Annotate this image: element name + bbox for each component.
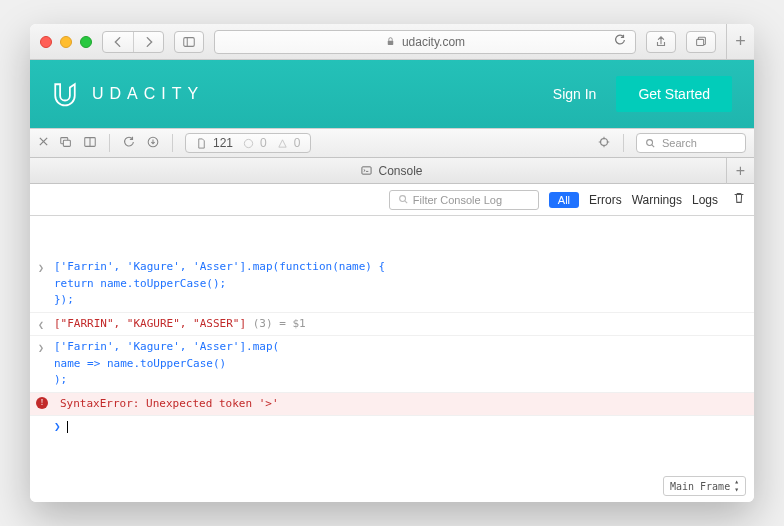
filter-errors-button[interactable]: Errors [589,193,622,207]
reload-icon [613,33,627,47]
resource-counter[interactable]: 121 0 0 [185,133,311,153]
devtools-toolbar: 121 0 0 Search [30,128,754,158]
close-window-button[interactable] [40,36,52,48]
svg-line-12 [652,144,654,146]
browser-window: udacity.com + UDACITY Sign In Get Starte… [30,24,754,502]
filter-all-button[interactable]: All [549,192,579,208]
svg-line-15 [405,201,407,203]
cursor [67,421,68,433]
search-icon [645,138,656,149]
address-bar[interactable]: udacity.com [214,30,636,54]
console-error-entry[interactable]: ! SyntaxError: Unexpected token '>' [30,393,754,417]
add-panel-button[interactable]: + [726,158,754,184]
svg-rect-0 [184,37,195,46]
resource-count: 121 [213,136,233,150]
result-count: (3) [253,317,273,330]
filter-console-input[interactable]: Filter Console Log [389,190,539,210]
tabs-button[interactable] [686,31,716,53]
console-tabbar: Console + [30,158,754,184]
console-icon [361,165,372,176]
reload-button[interactable] [613,33,627,50]
tabs-icon [694,35,708,49]
frame-label: Main Frame [670,481,730,492]
output-arrow-icon: ❮ [38,317,44,332]
split-icon [83,135,97,149]
new-tab-button[interactable]: + [726,24,754,60]
reload-resources-button[interactable] [122,135,136,152]
share-icon [654,35,668,49]
back-button[interactable] [103,32,133,52]
close-devtools-button[interactable] [38,136,49,150]
result-array: ["FARRIN", "KAGURE", "ASSER"] [54,317,246,330]
info-icon [243,138,254,149]
minimize-window-button[interactable] [60,36,72,48]
brand-name: UDACITY [92,85,204,103]
input-arrow-icon: ❯ [38,340,44,355]
svg-rect-13 [362,167,371,174]
console-entry[interactable]: ❮ ["FARRIN", "KAGURE", "ASSER"] (3) = $1 [30,313,754,337]
code-line: }); [54,293,74,306]
code-line: name => name.toUpperCase() [54,357,226,370]
maximize-window-button[interactable] [80,36,92,48]
svg-point-14 [399,196,405,202]
code-line: ['Farrin', 'Kagure', 'Asser'].map(functi… [54,260,385,273]
udacity-logo-icon [52,81,78,107]
clear-console-button[interactable] [732,191,746,208]
code-line: ); [54,373,67,386]
result-assign: = $1 [279,317,306,330]
zero-count-b: 0 [294,136,301,150]
input-arrow-icon: ❯ [38,260,44,275]
nav-back-forward [102,31,164,53]
prompt-arrow-icon: ❯ [54,420,61,433]
code-line: ['Farrin', 'Kagure', 'Asser'].map( [54,340,279,353]
frame-selector[interactable]: Main Frame ▴▾ [663,476,746,496]
brand-logo[interactable]: UDACITY [52,81,204,107]
code-line: return name.toUpperCase(); [54,277,226,290]
console-tab-label[interactable]: Console [378,164,422,178]
share-button[interactable] [646,31,676,53]
filter-warnings-button[interactable]: Warnings [632,193,682,207]
updown-icon: ▴▾ [734,478,739,494]
url-host: udacity.com [402,35,465,49]
reload-icon [122,135,136,149]
get-started-button[interactable]: Get Started [616,76,732,112]
console-output: ❯ ['Farrin', 'Kagure', 'Asser'].map(func… [30,216,754,502]
document-icon [196,138,207,149]
titlebar: udacity.com + [30,24,754,60]
console-entry[interactable]: ❯ ['Farrin', 'Kagure', 'Asser'].map( nam… [30,336,754,393]
console-filter-bar: Filter Console Log All Errors Warnings L… [30,184,754,216]
search-placeholder: Search [662,137,697,149]
crosshair-icon [597,135,611,149]
site-header: UDACITY Sign In Get Started [30,60,754,128]
devtools-search-input[interactable]: Search [636,133,746,153]
dock-icon [59,135,73,149]
svg-point-10 [601,138,608,145]
error-icon: ! [36,397,48,409]
svg-rect-2 [388,41,394,45]
zero-count-a: 0 [260,136,267,150]
chevron-right-icon [142,35,156,49]
svg-rect-3 [697,39,704,45]
split-button[interactable] [83,135,97,152]
svg-point-9 [244,139,252,147]
console-prompt[interactable]: ❯ [30,416,754,437]
search-icon [398,194,409,205]
forward-button[interactable] [133,32,163,52]
trash-icon [732,191,746,205]
error-message: SyntaxError: Unexpected token '>' [54,397,279,410]
download-icon [146,135,160,149]
chevron-left-icon [111,35,125,49]
close-icon [38,136,49,147]
download-button[interactable] [146,135,160,152]
svg-rect-5 [63,140,70,146]
filter-placeholder: Filter Console Log [413,194,502,206]
window-controls [40,36,92,48]
dock-button[interactable] [59,135,73,152]
sidebar-button[interactable] [174,31,204,53]
filter-logs-button[interactable]: Logs [692,193,718,207]
target-button[interactable] [597,135,611,152]
console-entry[interactable]: ❯ ['Farrin', 'Kagure', 'Asser'].map(func… [30,256,754,313]
lock-icon [385,36,396,47]
signin-link[interactable]: Sign In [553,86,597,102]
sidebar-icon [182,35,196,49]
